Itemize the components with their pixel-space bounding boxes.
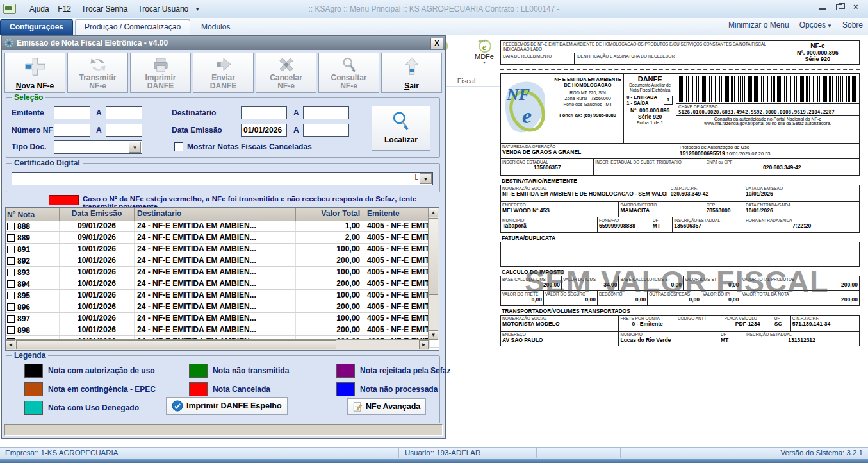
certificado-dropdown-icon[interactable]: ▼ bbox=[420, 173, 432, 184]
tipo-doc-dropdown-icon[interactable]: ▼ bbox=[129, 142, 141, 153]
numero-nf-label: Número NF bbox=[12, 126, 53, 135]
row-checkbox[interactable] bbox=[7, 315, 15, 323]
data-emissao-ate-input[interactable] bbox=[303, 124, 349, 137]
danfe-field: BASE CALCULO ICMS ST0,00 bbox=[619, 276, 684, 290]
enviar-danfe-button[interactable]: Enviar DANFE bbox=[193, 53, 254, 93]
row-checkbox[interactable] bbox=[7, 280, 15, 288]
legend-item: Nota em contingência - EPEC bbox=[24, 382, 156, 396]
opcoes-link[interactable]: Opções▼ bbox=[799, 21, 832, 29]
cell-valor: 2,00 bbox=[296, 232, 364, 243]
sobre-link[interactable]: Sobre bbox=[842, 21, 863, 29]
row-checkbox[interactable] bbox=[7, 326, 15, 334]
danfe-field: CNPJ ou CPF020.603.349-42 bbox=[705, 159, 859, 175]
tipo-doc-combobox[interactable]: ▼ bbox=[54, 140, 142, 154]
tab-configuracoes[interactable]: Configurações bbox=[0, 19, 73, 35]
table-row[interactable]: 88909/01/202624 - NF-E EMITIDA EM AMBIEN… bbox=[6, 232, 439, 244]
tipo-doc-label: Tipo Doc. bbox=[12, 142, 46, 151]
cell-numero: 897 bbox=[17, 314, 30, 323]
menu-item-ajuda[interactable]: Ajuda = F12 bbox=[24, 3, 76, 15]
table-row[interactable]: 89510/01/202624 - NF-E EMITIDA EM AMBIEN… bbox=[6, 290, 439, 301]
destinatario-ate-input[interactable] bbox=[303, 106, 349, 119]
scroll-up-icon[interactable]: ▲ bbox=[429, 208, 438, 217]
table-row[interactable]: 89210/01/202624 - NF-E EMITIDA EM AMBIEN… bbox=[6, 255, 439, 267]
legenda-title: Legenda bbox=[12, 351, 48, 360]
row-checkbox[interactable] bbox=[7, 246, 15, 253]
menu-item-trocar-senha[interactable]: Trocar Senha bbox=[76, 3, 133, 15]
emissao-close-button[interactable]: X bbox=[430, 38, 443, 49]
imprimir-danfe-button[interactable]: Imprimir DANFE bbox=[130, 53, 191, 93]
numero-nf-de-input[interactable] bbox=[54, 124, 90, 137]
danfe-field-value: 0,00 bbox=[620, 282, 682, 288]
localizar-button[interactable]: Localizar bbox=[372, 106, 430, 151]
danfe-field: VALOR DO ICMS34,00 bbox=[562, 276, 619, 290]
minimizar-menu-link[interactable]: Minimizar o Menu bbox=[728, 21, 789, 29]
menu-overflow-caret-icon[interactable]: ▼ bbox=[195, 6, 200, 12]
row-checkbox[interactable] bbox=[7, 269, 15, 276]
row-checkbox[interactable] bbox=[7, 292, 15, 299]
legend-color-swatch bbox=[189, 382, 208, 396]
header-destinatario[interactable]: Destinatario bbox=[135, 208, 296, 221]
certificado-combobox[interactable]: L ▼ bbox=[12, 172, 433, 185]
numero-nf-ate-input[interactable] bbox=[106, 124, 142, 137]
tab-producao-comercializacao[interactable]: Produção / Comercialização bbox=[75, 19, 190, 35]
danfe-document: SEM VALOR FISCAL RECEBEMOS DE NF-E EMITI… bbox=[500, 40, 860, 346]
row-checkbox[interactable] bbox=[7, 234, 15, 242]
vertical-scroll-thumb[interactable] bbox=[429, 218, 438, 295]
imprimir-danfe-espelho-button[interactable]: Imprimir DANFE Espelho bbox=[166, 397, 288, 415]
nova-nfe-button[interactable]: Nova NF-e bbox=[4, 53, 65, 93]
scroll-right-icon[interactable]: ► bbox=[419, 340, 429, 349]
danfe-serie: Série 920 bbox=[624, 114, 676, 120]
danfe-field-value: 0 - Emitente bbox=[620, 321, 674, 327]
table-row[interactable]: 89810/01/202624 - NF-E EMITIDA EM AMBIEN… bbox=[6, 324, 439, 336]
horizontal-scroll-thumb[interactable] bbox=[16, 340, 336, 349]
danfe-field: C.N.P.J./C.P.F.020.603.349-42 bbox=[669, 185, 744, 201]
destinatario-de-input[interactable] bbox=[241, 106, 287, 119]
minimize-icon[interactable] bbox=[819, 3, 827, 10]
mdfe-dropdown-caret-icon[interactable]: ▼ bbox=[470, 60, 498, 65]
table-row[interactable]: 89410/01/202624 - NF-E EMITIDA EM AMBIEN… bbox=[6, 278, 439, 290]
protocolo-data: 10/01/2026 07:20:53 bbox=[725, 151, 771, 156]
restore-icon[interactable] bbox=[836, 3, 844, 10]
cell-valor: 200,00 bbox=[296, 278, 364, 289]
emitente-ate-input[interactable] bbox=[106, 106, 142, 119]
table-row[interactable]: 89610/01/202624 - NF-E EMITIDA EM AMBIEN… bbox=[6, 301, 439, 313]
danfe-field-value: MT bbox=[721, 337, 742, 343]
row-checkbox[interactable] bbox=[7, 223, 15, 230]
danfe-field-value: 0,00 bbox=[703, 296, 739, 303]
consultar-nfe-button[interactable]: Consultar NF-e bbox=[318, 53, 379, 93]
danfe-numero: Nº. 000.000.896 bbox=[624, 107, 676, 114]
vertical-scrollbar[interactable]: ▲ ▼ bbox=[428, 208, 439, 340]
header-emitente[interactable]: Emitente bbox=[364, 208, 430, 221]
danfe-field: INSCR. ESTADUAL DO SUBST. TRIBUTÁRIO bbox=[594, 159, 705, 175]
close-icon[interactable]: × bbox=[853, 3, 862, 10]
nfe-avancada-button[interactable]: NFe Avançada bbox=[347, 398, 426, 415]
data-emissao-de-input[interactable] bbox=[241, 124, 287, 137]
horizontal-scrollbar[interactable]: ◄ ► bbox=[6, 339, 429, 350]
canhoto-nfe-numero: Nº. 000.000.896 bbox=[776, 49, 859, 56]
header-numero[interactable]: Nº Nota bbox=[6, 208, 60, 221]
data-recebimento-label: DATA DE RECEBIMENTO bbox=[501, 53, 575, 64]
table-row[interactable]: 89310/01/202624 - NF-E EMITIDA EM AMBIEN… bbox=[6, 267, 439, 278]
row-checkbox[interactable] bbox=[7, 303, 15, 311]
sair-button[interactable]: Sair bbox=[381, 53, 442, 93]
table-row[interactable]: 88809/01/202624 - NF-E EMITIDA EM AMBIEN… bbox=[6, 221, 439, 232]
table-row[interactable]: 89110/01/202624 - NF-E EMITIDA EM AMBIEN… bbox=[6, 244, 439, 255]
imposto-row-1: BASE CALCULO ICMS200,00VALOR DO ICMS34,0… bbox=[501, 276, 859, 291]
scroll-left-icon[interactable]: ◄ bbox=[6, 340, 15, 349]
menu-item-trocar-usuario[interactable]: Trocar Usuário bbox=[133, 3, 193, 15]
scroll-down-icon[interactable]: ▼ bbox=[429, 330, 438, 340]
emissao-window-titlebar[interactable]: Emissão de Nota Fiscal Eletrônica - v4.0… bbox=[2, 36, 445, 50]
danfe-field-label: PLACA VEÍCULO bbox=[725, 316, 771, 321]
cell-data: 10/01/2026 bbox=[60, 278, 135, 289]
tab-modulos[interactable]: Módulos bbox=[192, 20, 239, 35]
row-checkbox[interactable] bbox=[7, 257, 15, 265]
emitente-de-input[interactable] bbox=[54, 106, 90, 119]
table-row[interactable]: 89710/01/202624 - NF-E EMITIDA EM AMBIEN… bbox=[6, 313, 439, 324]
mostrar-canceladas-checkbox[interactable] bbox=[174, 142, 183, 151]
transmitir-nfe-button[interactable]: Transmitir NF-e bbox=[67, 53, 128, 93]
header-valor-total[interactable]: Valor Total bbox=[296, 208, 364, 221]
header-data-emissao[interactable]: Data Emissão bbox=[60, 208, 135, 221]
mdfe-ribbon-button[interactable]: MDF e MDFe ▼ bbox=[470, 37, 498, 65]
cancelar-nfe-button[interactable]: Cancelar NF-e bbox=[256, 53, 316, 93]
cell-numero: 888 bbox=[17, 222, 30, 231]
